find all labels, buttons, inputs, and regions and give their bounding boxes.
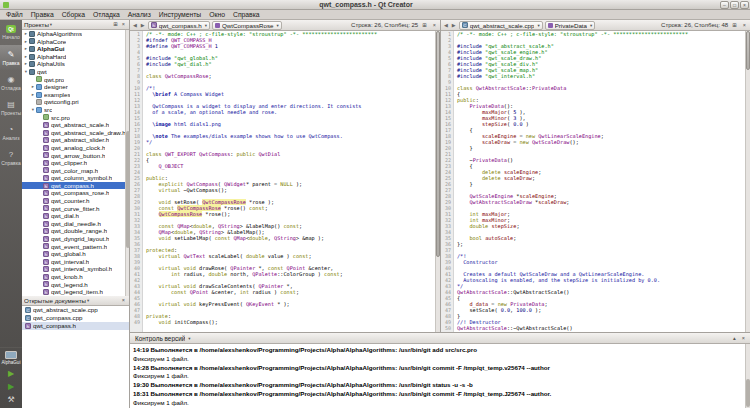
menu-item[interactable]: Файл (2, 10, 27, 19)
tree-item[interactable]: hqwt_interval.h (22, 258, 129, 266)
close-document-button[interactable]: × (431, 21, 438, 30)
split-editor-button[interactable]: ⊞ (730, 21, 739, 30)
projects-panel-title[interactable]: Проекты (24, 21, 49, 28)
menu-item[interactable]: Окно (205, 10, 229, 19)
output-pane-selector[interactable]: Контроль версий ▾ (133, 334, 193, 343)
open-document-item[interactable]: hqwt_compass.h (22, 322, 129, 330)
debug-run-button[interactable]: ▶ (0, 380, 22, 393)
open-document-item[interactable]: Cqwt_compass.cpp (22, 314, 129, 322)
code-token: north, (227, 271, 252, 277)
tree-item[interactable]: hqwt_abstract_scale.h (22, 121, 129, 129)
code-token: #include (457, 73, 485, 79)
code-line[interactable]: void initCompass(); (146, 319, 440, 325)
kit-selector[interactable]: AlphaGui (0, 347, 22, 367)
tree-item[interactable]: ▸designer (22, 83, 129, 91)
menu-item[interactable]: Сборка (58, 10, 89, 19)
code-token: */ (146, 139, 152, 145)
file-selector[interactable]: hqwt_compass.h▾ (148, 21, 210, 30)
tree-item[interactable]: hqwt_abstract_slider.h (22, 136, 129, 144)
tree-item[interactable]: hqwt_legend.h (22, 281, 129, 289)
tree-item[interactable]: ▾qwt (22, 68, 129, 76)
tree-item[interactable]: hqwt_curve_fitter.h (22, 205, 129, 213)
tree-item[interactable]: hqwt_analog_clock.h (22, 144, 129, 152)
back-button[interactable]: ◀ (132, 22, 138, 28)
code-area[interactable]: /* -*- mode: C++ ; c-file-style: "strous… (143, 31, 440, 332)
open-documents-title[interactable]: Открытые документы (24, 297, 86, 304)
tree-item[interactable]: hqwt_dial.h (22, 212, 129, 220)
scrollbar-thumb[interactable] (746, 379, 750, 407)
menu-item[interactable]: Справка (229, 10, 264, 19)
back-button[interactable]: ◀ (443, 22, 449, 28)
menu-item[interactable]: Инструменты (155, 10, 205, 19)
mode-debug[interactable]: ◉Отладка (0, 70, 22, 95)
tree-item[interactable]: hqwt_compass_rose.h (22, 189, 129, 197)
mode-analyze[interactable]: ◔Анализ (0, 120, 22, 145)
close-button[interactable]: × (740, 1, 749, 9)
tree-item[interactable]: src.pro (22, 114, 129, 122)
tree-item[interactable]: hqwt_compass.h (22, 182, 129, 190)
code-area[interactable]: /* -*- mode: C++ ; c-file-style: "strous… (454, 31, 750, 332)
tree-item[interactable]: hqwt_counter.h (22, 197, 129, 205)
code-token (146, 271, 171, 277)
mode-edit[interactable]: ✎Правка (0, 45, 22, 70)
maximize-pane-button[interactable]: ▴ (731, 334, 738, 343)
close-sidebar-button[interactable]: × (120, 20, 127, 29)
symbol-selector[interactable]: QwtCompassRose▾ (212, 21, 282, 30)
forward-button[interactable]: ▶ (451, 22, 457, 28)
tree-item[interactable]: hqwt_clipper.h (22, 159, 129, 167)
tree-item[interactable]: ▸examples (22, 91, 129, 99)
tree-item[interactable]: hqwt_column_symbol.h (22, 174, 129, 182)
close-pane-button[interactable]: × (740, 334, 747, 343)
titlebar[interactable]: qwt_compass.h - Qt Creator – □ × (0, 0, 750, 10)
tree-item[interactable]: qwtconfig.pri (22, 98, 129, 106)
tree-item[interactable]: ▾src (22, 106, 129, 114)
menu-item[interactable]: Отладка (89, 10, 124, 19)
code-token: ; (308, 253, 311, 259)
tree-item[interactable]: ▸AlphaGui (22, 45, 129, 53)
open-document-item[interactable]: Cqwt_abstract_scale.cpp (22, 306, 129, 314)
maximize-button[interactable]: □ (730, 1, 739, 9)
h-icon: h (43, 190, 49, 196)
tree-item[interactable]: hqwt_abstract_scale_draw.h (22, 129, 129, 137)
tree-scrollbar[interactable] (125, 30, 129, 296)
open-document-label: qwt_compass.cpp (33, 314, 83, 322)
file-selector[interactable]: Cqwt_abstract_scale.cpp▾ (459, 21, 543, 30)
close-document-button[interactable]: × (741, 21, 748, 30)
menu-item[interactable]: Правка (27, 10, 58, 19)
build-button[interactable]: ⚒ (0, 393, 22, 406)
mode-help[interactable]: ?Справка (0, 145, 22, 170)
tree-item[interactable]: ▸AlphaCore (22, 38, 129, 46)
split-sidebar-button[interactable]: ⊞ (111, 20, 120, 29)
tree-item[interactable]: hqwt_event_pattern.h (22, 243, 129, 251)
tree-item[interactable]: hqwt_interval_symbol.h (22, 265, 129, 273)
tree-item[interactable]: hqwt_double_range.h (22, 227, 129, 235)
output-scrollbar[interactable] (745, 344, 750, 408)
tree-item-label: qwt_color_map.h (51, 167, 98, 175)
tree-item[interactable]: ▸AlphaAlgorithms (22, 30, 129, 38)
tree-item[interactable]: ▸AlphaHard (22, 53, 129, 61)
run-button[interactable]: ▶ (0, 367, 22, 380)
tree-item[interactable]: hqwt_dial_needle.h (22, 220, 129, 228)
tree-item[interactable]: ▸AlphaUtils (22, 60, 129, 68)
tree-item[interactable]: hqwt_knob.h (22, 273, 129, 281)
minimize-button[interactable]: – (720, 1, 729, 9)
code-line[interactable]: QwtAbstractScale::~QwtAbstractScale() (457, 325, 750, 331)
mode-projects[interactable]: ▤Проекты (0, 95, 22, 120)
tree-item[interactable]: hqwt_global.h (22, 250, 129, 258)
tree-item[interactable]: hqwt_legend_item.h (22, 288, 129, 296)
tree-item[interactable]: hqwt_arrow_button.h (22, 152, 129, 160)
editor-scrollbar[interactable] (745, 31, 750, 332)
forward-button[interactable]: ▶ (140, 22, 146, 28)
scrollbar-thumb[interactable] (746, 31, 750, 70)
tree-item[interactable]: qwt.pro (22, 76, 129, 84)
close-open-documents-button[interactable]: × (120, 296, 127, 305)
tree-item[interactable]: hqwt_dyngrid_layout.h (22, 235, 129, 243)
tree-item[interactable]: hqwt_color_map.h (22, 167, 129, 175)
h-icon: h (43, 259, 49, 265)
symbol-selector[interactable]: PrivateData▾ (545, 21, 596, 30)
split-editor-button[interactable]: ⊞ (420, 21, 429, 30)
code-token: scaleDraw (538, 199, 566, 205)
menu-item[interactable]: Анализ (124, 10, 155, 19)
mode-welcome[interactable]: QtНачало (0, 20, 22, 45)
h-icon: h (43, 175, 49, 181)
